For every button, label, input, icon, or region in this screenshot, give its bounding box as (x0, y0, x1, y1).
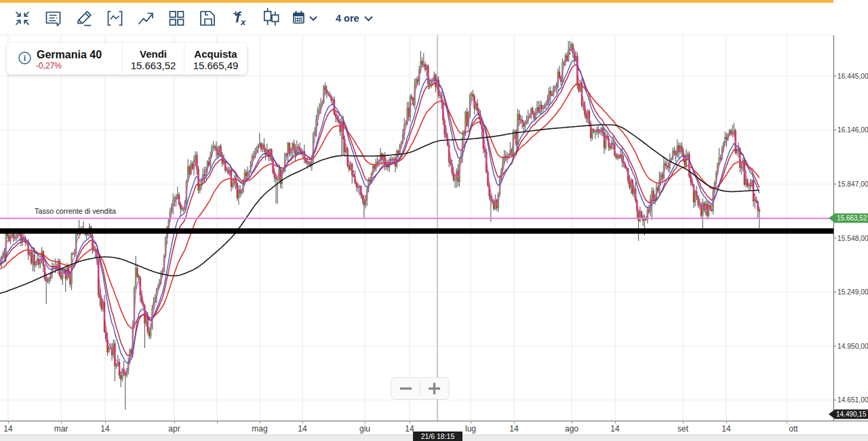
svg-text:14.651,00: 14.651,00 (837, 396, 868, 404)
svg-text:giu: giu (359, 424, 370, 434)
svg-text:21/6 18:15: 21/6 18:15 (421, 432, 455, 440)
svg-text:set: set (677, 424, 689, 434)
svg-text:14: 14 (509, 424, 519, 434)
svg-text:lug: lug (465, 424, 476, 434)
svg-text:14.490,15: 14.490,15 (836, 410, 867, 418)
svg-text:14: 14 (298, 424, 307, 434)
svg-text:Vendi: Vendi (140, 48, 167, 60)
svg-text:14: 14 (610, 424, 620, 434)
svg-text:14: 14 (3, 424, 13, 434)
svg-text:-0,27%: -0,27% (36, 61, 62, 71)
svg-text:4 ore: 4 ore (336, 13, 359, 24)
svg-text:Tasso corrente di vendita: Tasso corrente di vendita (35, 207, 116, 215)
svg-text:ago: ago (565, 424, 578, 434)
svg-text:mag: mag (252, 424, 267, 434)
svg-text:14: 14 (405, 424, 414, 434)
svg-text:mar: mar (54, 424, 68, 434)
svg-text:apr: apr (168, 424, 180, 434)
svg-text:Germania 40: Germania 40 (37, 49, 102, 60)
svg-text:i: i (24, 54, 26, 63)
svg-text:16.445,00: 16.445,00 (837, 73, 868, 80)
svg-text:14: 14 (722, 424, 731, 434)
svg-text:x: x (240, 17, 246, 27)
svg-text:15.663,52: 15.663,52 (837, 214, 867, 222)
svg-text:15.548,00: 15.548,00 (837, 235, 868, 242)
svg-text:14: 14 (100, 424, 110, 434)
svg-text:15.665,49: 15.665,49 (193, 60, 239, 71)
svg-text:15.249,00: 15.249,00 (837, 288, 868, 296)
svg-text:16.146,00: 16.146,00 (837, 126, 868, 134)
svg-text:ott: ott (789, 424, 798, 434)
svg-text:14.950,00: 14.950,00 (837, 343, 868, 350)
svg-text:15.663,52: 15.663,52 (131, 60, 176, 71)
svg-text:Acquista: Acquista (194, 48, 237, 60)
svg-text:15.847,00: 15.847,00 (837, 180, 868, 188)
